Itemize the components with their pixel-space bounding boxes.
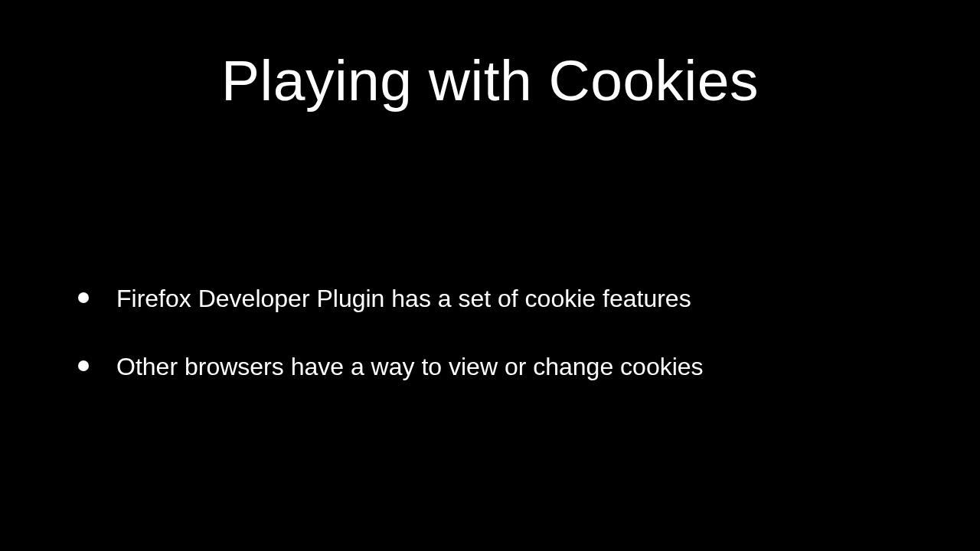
bullet-text: Other browsers have a way to view or cha… xyxy=(116,350,704,384)
slide-title: Playing with Cookies xyxy=(0,47,980,113)
bullet-text: Firefox Developer Plugin has a set of co… xyxy=(116,282,691,316)
list-item: Other browsers have a way to view or cha… xyxy=(78,350,704,384)
bullet-icon xyxy=(78,292,89,303)
slide-container: Playing with Cookies Firefox Developer P… xyxy=(0,0,980,551)
bullet-icon xyxy=(78,360,89,371)
list-item: Firefox Developer Plugin has a set of co… xyxy=(78,282,704,316)
bullet-list: Firefox Developer Plugin has a set of co… xyxy=(78,282,704,418)
